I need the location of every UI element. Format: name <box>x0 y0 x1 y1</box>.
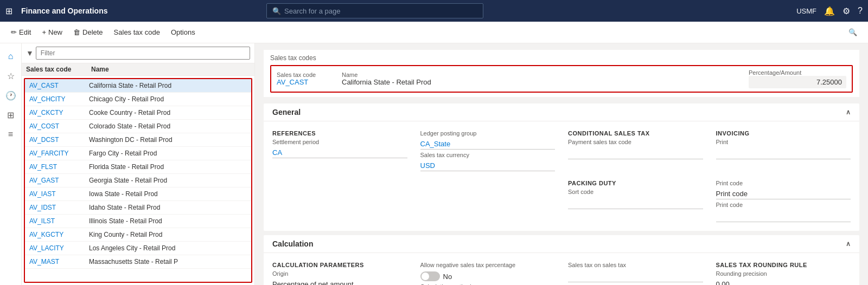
top-nav-right: USMF 🔔 ⚙ ? <box>796 6 863 16</box>
general-section: General ∧ REFERENCES Settlement period C… <box>264 103 859 231</box>
conditional-label: CONDITIONAL SALES TAX <box>568 130 703 137</box>
stc-selected-row: Sales tax code AV_CAST Name California S… <box>270 65 853 93</box>
calc-params-group: CALCULATION PARAMETERS Origin Percentage… <box>272 262 407 285</box>
list-row-code: AV_GAST <box>29 177 89 184</box>
sidebar-star-icon[interactable]: ☆ <box>2 67 20 85</box>
sales-tax-on-group: Sales tax on sales tax Unit <box>568 262 703 285</box>
new-icon: + <box>42 28 46 36</box>
print-value[interactable] <box>716 148 851 159</box>
list-row-name: Chicago City - Retail Prod <box>89 95 247 103</box>
toolbar-search-icon: 🔍 <box>848 28 857 36</box>
sidebar-recent-icon[interactable]: 🕐 <box>2 87 20 104</box>
edit-button[interactable]: ✏ Edit <box>7 26 35 38</box>
calculation-section-body: CALCULATION PARAMETERS Origin Percentage… <box>264 253 859 285</box>
list-panel: ▼ Sales tax code Name AV_CASTCalifornia … <box>22 43 255 285</box>
calculation-section-header[interactable]: Calculation ∧ <box>264 235 859 253</box>
ledger-group-value[interactable]: CA_State <box>420 140 556 150</box>
currency-label: Sales tax currency <box>420 152 556 158</box>
general-chevron-icon: ∧ <box>846 108 851 116</box>
list-row-name: Georgia State - Retail Prod <box>89 177 247 184</box>
calc-params-label: CALCULATION PARAMETERS <box>272 262 407 268</box>
search-input[interactable] <box>284 7 477 15</box>
list-row[interactable]: AV_CASTCalifornia State - Retail Prod <box>25 79 251 93</box>
payment-label: Payment sales tax code <box>568 139 703 145</box>
currency-value[interactable]: USD <box>420 161 556 171</box>
settings-icon[interactable]: ⚙ <box>843 6 850 16</box>
conditional-tax-group: CONDITIONAL SALES TAX Payment sales tax … <box>568 130 703 171</box>
print-code2-value[interactable] <box>716 211 851 222</box>
list-row-code: AV_COST <box>29 122 89 130</box>
general-section-title: General <box>272 108 301 116</box>
list-row-code: AV_CHCITY <box>29 95 89 103</box>
sidebar-workspace-icon[interactable]: ⊞ <box>2 106 20 124</box>
list-row-name: Massachusetts State - Retail P <box>89 258 247 265</box>
list-row[interactable]: AV_FARCITYFargo City - Retail Prod <box>25 147 251 160</box>
list-row[interactable]: AV_GASTGeorgia State - Retail Prod <box>25 174 251 187</box>
sort-code-value[interactable] <box>568 198 703 209</box>
allow-negative-label: Allow negative sales tax percentage <box>420 262 556 268</box>
list-row-code: AV_ILST <box>29 217 89 225</box>
grid-icon[interactable]: ⊞ <box>5 6 12 16</box>
notification-icon[interactable]: 🔔 <box>824 6 835 16</box>
list-row-name: California State - Retail Prod <box>89 82 247 89</box>
delete-button[interactable]: 🗑 Delete <box>69 26 107 38</box>
list-row[interactable]: AV_COSTColorado State - Retail Prod <box>25 120 251 133</box>
sales-tax-on-value[interactable] <box>568 271 703 282</box>
general-section-header[interactable]: General ∧ <box>264 103 859 121</box>
list-row[interactable]: AV_IASTIowa State - Retail Prod <box>25 187 251 201</box>
main-layout: ⌂ ☆ 🕐 ⊞ ≡ ▼ Sales tax code Name AV_CASTC… <box>0 43 868 285</box>
stc-code-value: AV_CAST <box>277 78 342 86</box>
origin-value[interactable]: Percentage of net amount <box>272 280 407 285</box>
stc-col-code: Sales tax code AV_CAST <box>277 72 342 86</box>
delete-icon: 🗑 <box>73 28 80 36</box>
rounding-precision-value[interactable]: 0.00 <box>716 280 851 285</box>
toolbar-search-button[interactable]: 🔍 <box>844 26 861 38</box>
references-group: REFERENCES Settlement period CA <box>272 130 407 171</box>
list-row-name: Cooke Country - Retail Prod <box>89 109 247 116</box>
list-row-name: Idaho State - Retail Prod <box>89 204 247 211</box>
negative-toggle[interactable] <box>420 271 440 281</box>
sales-tax-on-label: Sales tax on sales tax <box>568 262 703 268</box>
sales-tax-code-button[interactable]: Sales tax code <box>110 26 164 38</box>
print-code-group: Print code Print code Print code <box>716 180 851 222</box>
toggle-label: No <box>443 273 452 281</box>
list-row[interactable]: AV_CHCITYChicago City - Retail Prod <box>25 93 251 106</box>
list-row-name: Colorado State - Retail Prod <box>89 122 247 130</box>
help-icon[interactable]: ? <box>858 6 863 16</box>
list-body[interactable]: AV_CASTCalifornia State - Retail ProdAV_… <box>24 78 252 283</box>
list-row[interactable]: AV_DCSTWashington DC - Retail Prod <box>25 133 251 147</box>
list-row[interactable]: AV_CKCTYCooke Country - Retail Prod <box>25 106 251 120</box>
print-code-label: Print code <box>716 180 851 186</box>
sidebar-home-icon[interactable]: ⌂ <box>2 48 20 65</box>
print-code-value[interactable]: Print code <box>716 190 851 199</box>
user-label: USMF <box>796 7 816 15</box>
filter-input[interactable] <box>36 47 250 60</box>
detail-panel: Sales tax codes Sales tax code AV_CAST N… <box>255 43 868 285</box>
calculation-section-title: Calculation <box>272 239 313 248</box>
list-row[interactable]: AV_FLSTFlorida State - Retail Prod <box>25 160 251 174</box>
print-code2-label: Print code <box>716 202 851 208</box>
stc-col-name: Name California State - Retail Prod <box>342 72 749 86</box>
list-row-code: AV_CKCTY <box>29 109 89 116</box>
top-nav: ⊞ Finance and Operations 🔍 USMF 🔔 ⚙ ? <box>0 0 868 22</box>
references-label: REFERENCES <box>272 130 407 137</box>
list-row[interactable]: AV_ILSTIllinois State - Retail Prod <box>25 215 251 228</box>
allow-negative-group: Allow negative sales tax percentage No C… <box>420 262 556 285</box>
list-row[interactable]: AV_IDSTIdaho State - Retail Prod <box>25 201 251 215</box>
list-row-name: King County - Retail Prod <box>89 231 247 238</box>
stc-col-pct: Percentage/Amount 7.25000 <box>749 69 846 88</box>
packing-duty-group: PACKING DUTY Sort code <box>568 180 703 222</box>
sidebar-list-icon[interactable]: ≡ <box>2 126 20 143</box>
general-section-body: REFERENCES Settlement period CA Ledger p… <box>264 121 859 231</box>
options-button[interactable]: Options <box>167 26 200 38</box>
ledger-group-label: Ledger posting group <box>420 130 556 137</box>
list-row[interactable]: AV_LACITYLos Angeles City - Retail Prod <box>25 242 251 255</box>
print-label: Print <box>716 139 851 145</box>
col-code-header: Sales tax code <box>26 66 91 73</box>
settlement-period-value[interactable]: CA <box>272 148 407 158</box>
rounding-precision-label: Rounding precision <box>716 270 851 277</box>
payment-value[interactable] <box>568 148 703 159</box>
list-row[interactable]: AV_MASTMassachusetts State - Retail P <box>25 255 251 269</box>
list-row[interactable]: AV_KGCTYKing County - Retail Prod <box>25 228 251 242</box>
new-button[interactable]: + New <box>37 26 67 38</box>
